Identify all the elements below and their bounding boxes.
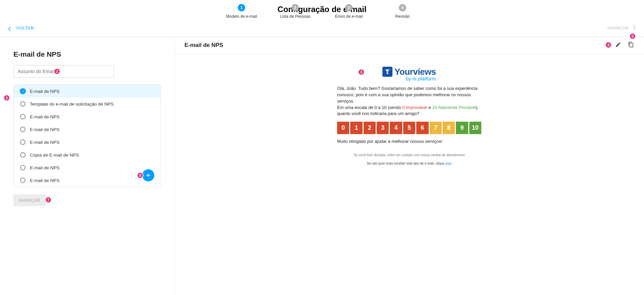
nps-cell-10[interactable]: 10 <box>469 122 481 134</box>
nps-cell-3[interactable]: 3 <box>377 122 389 134</box>
unsubscribe-link[interactable]: aqui <box>445 162 452 165</box>
preview-actions: 4 5 <box>615 42 634 49</box>
radio-empty-icon <box>20 114 26 120</box>
stepper: 1Modelo de e-mail2Lista de Pessoas3Envio… <box>235 4 409 19</box>
template-item[interactable]: Template do e-mail de solicitação de NPS <box>14 98 160 110</box>
callout-marker-2: 2 <box>3 95 10 101</box>
topbar: VOLTAR 1Modelo de e-mail2Lista de Pessoa… <box>0 19 644 37</box>
step-circle: 2 <box>291 4 299 11</box>
template-label: E-mail de NPS <box>30 127 60 132</box>
logo-main-text: Yourviews <box>394 67 436 77</box>
nps-cell-8[interactable]: 8 <box>443 122 455 134</box>
improvavel-text: 0 Improvável <box>402 105 427 110</box>
template-label: E-mail de NPS <box>30 114 60 119</box>
template-label: E-mail de NPS <box>30 140 60 145</box>
chevron-right-icon <box>633 25 636 31</box>
footer-unsubscribe: Se não quer mais receber este tipo de e-… <box>337 162 481 165</box>
chevron-left-icon <box>8 26 11 30</box>
add-template-fab[interactable]: + <box>142 169 154 181</box>
plus-icon: + <box>146 171 151 180</box>
scale-text: Em uma escala de 0 a 10 (sendo 0 Imprová… <box>337 105 481 117</box>
callout-marker-1: 1 <box>54 68 60 75</box>
nps-cell-5[interactable]: 5 <box>403 122 415 134</box>
nps-cell-6[interactable]: 6 <box>416 122 428 134</box>
subject-input[interactable] <box>13 65 114 78</box>
step-circle: 4 <box>399 4 406 11</box>
step-3[interactable]: 3Envio de e-mail <box>329 4 369 19</box>
greeting-text: Olá, João. Tudo bem? Gostaríamos de sabe… <box>337 85 481 105</box>
step-circle: 3 <box>345 4 353 11</box>
template-item[interactable]: E-mail de NPS <box>14 123 160 136</box>
email-body: 3 Yourviews by hi platform Olá, João. Tu… <box>337 61 481 165</box>
step-label: Envio de e-mail <box>335 14 363 19</box>
template-item[interactable]: E-mail de NPS <box>14 110 160 123</box>
step-label: Lista de Pessoas <box>280 14 310 19</box>
nps-cell-1[interactable]: 1 <box>350 122 362 134</box>
nps-cell-4[interactable]: 4 <box>390 122 402 134</box>
provavel-text: 10 Altamente Provável <box>432 105 476 110</box>
preview-body-scroll[interactable]: 3 Yourviews by hi platform Olá, João. Tu… <box>174 54 644 295</box>
nps-cell-9[interactable]: 9 <box>456 122 468 134</box>
nps-cell-0[interactable]: 0 <box>337 122 349 134</box>
nps-scale: 012345678910 <box>337 122 481 134</box>
radio-empty-icon <box>20 126 26 132</box>
template-item[interactable]: E-mail de NPS <box>14 136 160 149</box>
forward-button[interactable]: AVANÇAR <box>607 25 636 31</box>
pencil-icon <box>615 42 621 48</box>
footer-contact: Se você tiver dúvidas, entre em contato … <box>337 153 481 157</box>
right-panel: E-mail de NPS 4 5 3 <box>174 37 644 295</box>
forward-label: AVANÇAR <box>607 25 629 31</box>
back-label: VOLTAR <box>16 25 34 31</box>
radio-empty-icon <box>20 177 26 183</box>
step-circle: 1 <box>238 4 245 11</box>
thanks-text: Muito obrigado por ajudar a melhorar nos… <box>337 139 481 144</box>
nps-cell-7[interactable]: 7 <box>430 122 442 134</box>
callout-marker-5: 5 <box>629 33 636 40</box>
radio-checked-icon <box>20 88 26 94</box>
logo-mark-icon <box>382 67 392 77</box>
radio-empty-icon <box>20 101 26 107</box>
advance-button[interactable]: AVANÇAR <box>13 194 46 206</box>
radio-empty-icon <box>20 139 26 145</box>
logo: 3 Yourviews by hi platform <box>337 61 481 85</box>
template-item[interactable]: Cópia de E-mail de NPS <box>14 149 160 161</box>
radio-empty-icon <box>20 152 26 158</box>
template-list: E-mail de NPSTemplate do e-mail de solic… <box>13 84 161 187</box>
callout-marker-4: 4 <box>605 42 612 48</box>
preview-title: E-mail de NPS <box>184 42 223 49</box>
template-label: E-mail de NPS <box>30 89 60 94</box>
callout-marker-3: 3 <box>358 69 365 75</box>
step-2[interactable]: 2Lista de Pessoas <box>275 4 315 19</box>
step-4[interactable]: 4Revisão <box>382 4 423 19</box>
left-heading: E-mail de NPS <box>13 50 161 58</box>
radio-empty-icon <box>20 165 26 171</box>
edit-button[interactable] <box>615 42 621 48</box>
template-label: E-mail de NPS <box>30 178 60 183</box>
copy-icon <box>628 42 634 48</box>
preview-header: E-mail de NPS 4 5 <box>174 37 644 54</box>
nps-cell-2[interactable]: 2 <box>364 122 376 134</box>
template-label: Template do e-mail de solicitação de NPS <box>30 102 114 107</box>
step-label: Revisão <box>395 14 410 19</box>
template-item[interactable]: E-mail de NPS <box>14 85 160 98</box>
callout-marker-6: 6 <box>137 172 144 179</box>
left-panel: E-mail de NPS 1 2 E-mail de NPSTemplate … <box>0 37 174 295</box>
template-label: Cópia de E-mail de NPS <box>30 153 79 158</box>
back-button[interactable]: VOLTAR <box>8 25 34 31</box>
main-content: E-mail de NPS 1 2 E-mail de NPSTemplate … <box>0 37 644 295</box>
copy-button[interactable] <box>628 42 634 48</box>
step-label: Modelo de e-mail <box>226 14 257 19</box>
callout-marker-7: 7 <box>45 196 52 203</box>
template-label: E-mail de NPS <box>30 165 60 170</box>
step-1[interactable]: 1Modelo de e-mail <box>221 4 262 19</box>
